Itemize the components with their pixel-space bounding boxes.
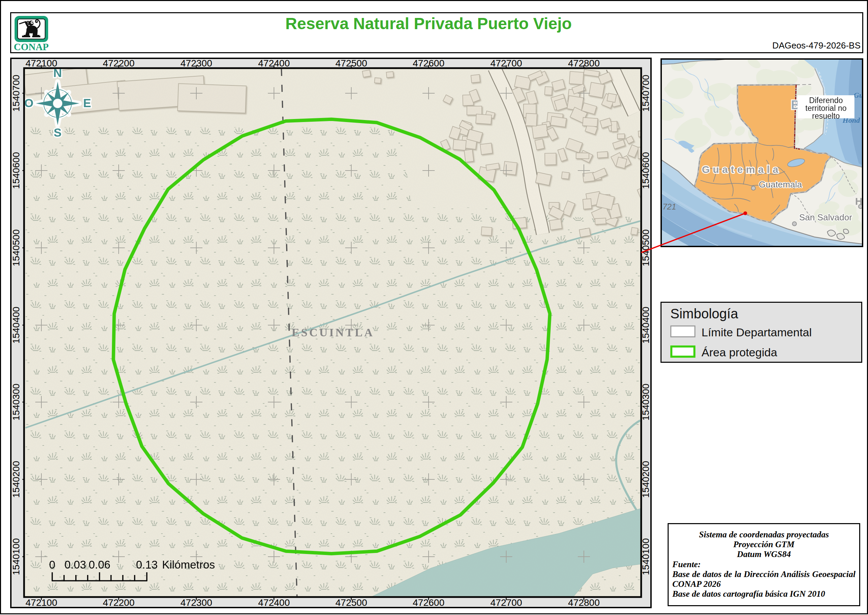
svg-text:1540400: 1540400 bbox=[11, 306, 21, 343]
svg-text:resuelto: resuelto bbox=[812, 112, 840, 120]
svg-text:CONAP: CONAP bbox=[14, 41, 48, 52]
svg-text:Guatemala: Guatemala bbox=[759, 180, 802, 189]
svg-text:San Salvador: San Salvador bbox=[799, 212, 852, 222]
svg-text:1540700: 1540700 bbox=[11, 75, 21, 112]
svg-text:Gu: Gu bbox=[854, 91, 863, 99]
svg-text:1540100: 1540100 bbox=[11, 538, 21, 575]
svg-text:Guatemala: Guatemala bbox=[702, 164, 781, 175]
svg-text:1540600: 1540600 bbox=[11, 152, 21, 189]
svg-text:721: 721 bbox=[662, 202, 676, 211]
svg-text:1540200: 1540200 bbox=[11, 461, 21, 498]
svg-text:1540300: 1540300 bbox=[11, 384, 21, 420]
svg-text:1540500: 1540500 bbox=[11, 229, 21, 266]
